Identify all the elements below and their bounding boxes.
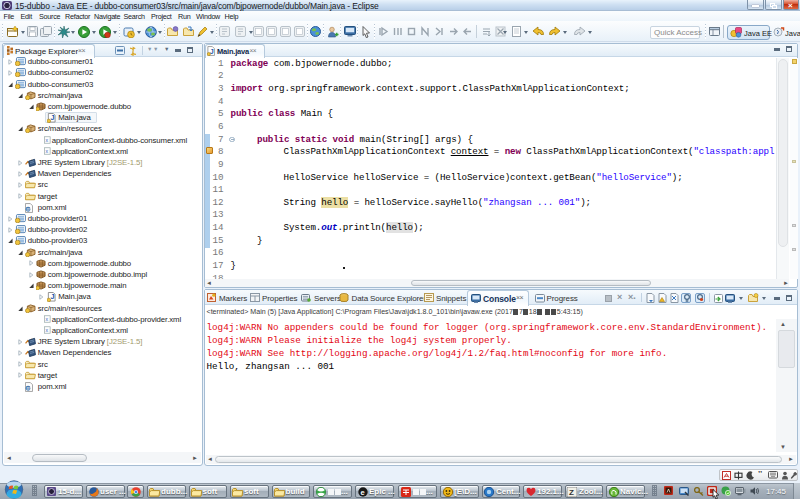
svg-text:J: J: [50, 113, 54, 122]
svg-text:J: J: [50, 293, 54, 302]
svg-text:e: e: [360, 487, 364, 496]
svg-text:m: m: [27, 206, 32, 212]
svg-text:m: m: [27, 385, 32, 391]
svg-text:Z: Z: [569, 488, 574, 497]
